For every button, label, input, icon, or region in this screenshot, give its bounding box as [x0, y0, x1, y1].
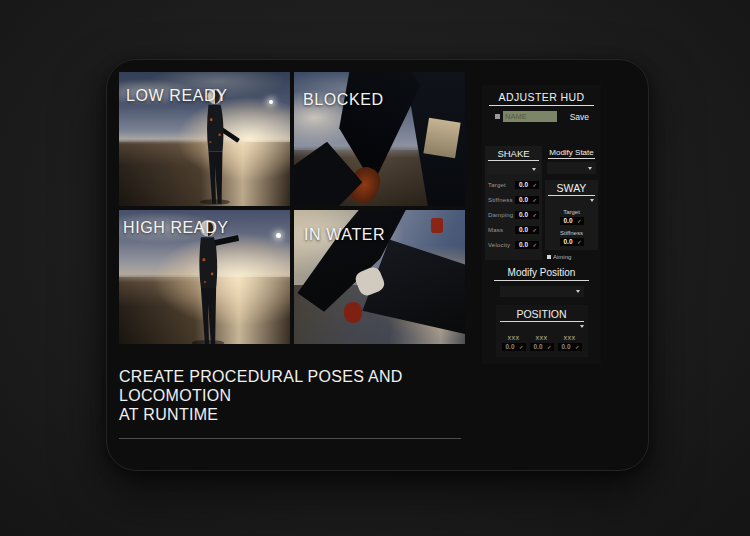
shake-title: SHAKE [485, 146, 542, 159]
aiming-toggle-row: Aiming [545, 254, 598, 260]
axis-z-field[interactable]: 0.0 [558, 343, 582, 351]
field-label: Damping [488, 212, 513, 218]
shake-section: SHAKE Target 0.0 Stiffness [485, 146, 542, 260]
chevron-down-icon [590, 199, 594, 202]
axis-label: XXX [529, 335, 555, 341]
save-button[interactable]: Save [570, 112, 589, 122]
axis-label: XXX [501, 335, 527, 341]
position-dropdown[interactable] [496, 322, 588, 330]
chevron-down-icon [576, 290, 580, 293]
axis-y: XXX 0.0 [529, 335, 555, 351]
panel-columns: SHAKE Target 0.0 Stiffness [482, 146, 601, 260]
field-row: Damping 0.0 [485, 211, 542, 219]
damping-value-field[interactable]: 0.0 [515, 211, 539, 219]
viewport-label: IN WATER [304, 226, 385, 244]
field-label: Mass [488, 227, 503, 233]
axis-x-field[interactable]: 0.0 [502, 343, 526, 351]
field-label: Velocity [488, 242, 510, 248]
modify-state-dropdown[interactable] [547, 162, 596, 174]
panel-title: ADJUSTER HUD [482, 91, 601, 103]
spinner-arrow-icon [532, 241, 539, 249]
chevron-down-icon [580, 325, 584, 328]
spinner-arrow-icon [547, 343, 554, 351]
accent-shape [344, 302, 363, 322]
shake-dropdown[interactable] [487, 164, 540, 174]
field-row: Mass 0.0 [485, 226, 542, 234]
name-input[interactable] [503, 111, 557, 122]
page-background: LOW READY BLOCKED [0, 0, 750, 536]
state-sway-column: Modify State SWAY Target 0.0 [545, 146, 598, 260]
divider [494, 280, 589, 281]
position-section: POSITION XXX 0.0 XXX [496, 305, 588, 357]
modify-state-title: Modify State [545, 146, 598, 157]
caption-line-2: AT RUNTIME [119, 405, 469, 424]
divider [548, 158, 595, 159]
viewport-label: LOW READY [126, 87, 227, 105]
position-axes: XXX 0.0 XXX 0.0 XXX [496, 335, 588, 351]
name-row: Save [482, 111, 601, 122]
tablet-card: LOW READY BLOCKED [106, 59, 649, 471]
field-label: Target [545, 209, 598, 215]
divider [488, 160, 539, 161]
chevron-down-icon [532, 168, 536, 171]
viewport-low-ready: LOW READY [119, 72, 290, 206]
spinner-arrow-icon [575, 343, 582, 351]
viewport-in-water: IN WATER [294, 210, 465, 344]
sway-title: SWAY [545, 180, 598, 194]
target-value-field[interactable]: 0.0 [515, 181, 539, 189]
gear-box-shape [423, 118, 461, 159]
viewport-grid: LOW READY BLOCKED [119, 72, 465, 344]
stiffness-value-field[interactable]: 0.0 [515, 196, 539, 204]
field-row: Stiffness 0.0 [485, 196, 542, 204]
sway-target-field[interactable]: 0.0 [560, 217, 584, 225]
mass-value-field[interactable]: 0.0 [515, 226, 539, 234]
axis-y-field[interactable]: 0.0 [530, 343, 554, 351]
adjuster-hud-panel: ADJUSTER HUD Save SHAKE Target [482, 85, 601, 364]
velocity-value-field[interactable]: 0.0 [515, 241, 539, 249]
spinner-arrow-icon [532, 226, 539, 234]
modify-position-title: Modify Position [482, 267, 601, 278]
spinner-arrow-icon [577, 238, 584, 246]
viewport-high-ready: HIGH READY [119, 210, 290, 344]
spinner-arrow-icon [532, 196, 539, 204]
axis-z: XXX 0.0 [557, 335, 583, 351]
sun-dot [269, 100, 273, 104]
chevron-down-icon [588, 167, 592, 170]
field-label: Target [488, 182, 506, 188]
position-title: POSITION [496, 305, 588, 320]
spinner-arrow-icon [532, 211, 539, 219]
caption-line-1: CREATE PROCEDURAL POSES AND LOCOMOTION [119, 367, 469, 405]
spinner-arrow-icon [519, 343, 526, 351]
field-label: Stiffness [488, 197, 513, 203]
caption-block: CREATE PROCEDURAL POSES AND LOCOMOTION A… [119, 367, 469, 439]
field-row: Target 0.0 [485, 181, 542, 189]
axis-label: XXX [557, 335, 583, 341]
sway-dropdown[interactable] [545, 196, 598, 204]
sun-dot [276, 233, 281, 238]
divider [489, 105, 594, 106]
field-label: Stiffness [545, 230, 598, 236]
spinner-arrow-icon [577, 217, 584, 225]
viewport-label: BLOCKED [303, 91, 384, 109]
aiming-checkbox[interactable] [547, 255, 551, 259]
viewport-blocked: BLOCKED [294, 72, 465, 206]
aiming-label: Aiming [553, 254, 571, 260]
caption-divider [119, 438, 461, 439]
sway-stiffness-field[interactable]: 0.0 [560, 238, 584, 246]
viewport-label: HIGH READY [123, 219, 229, 237]
axis-x: XXX 0.0 [501, 335, 527, 351]
spinner-arrow-icon [532, 181, 539, 189]
sway-section: SWAY Target 0.0 Stiffness 0.0 [545, 180, 598, 250]
name-checkbox[interactable] [495, 114, 500, 119]
field-row: Velocity 0.0 [485, 241, 542, 254]
modify-position-dropdown[interactable] [500, 286, 584, 297]
accent-shape [431, 218, 443, 233]
